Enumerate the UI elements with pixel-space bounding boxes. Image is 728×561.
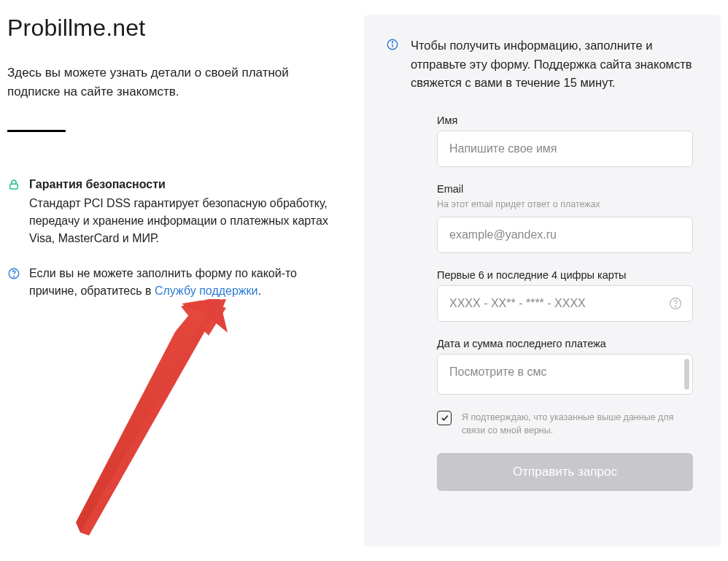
support-link[interactable]: Службу поддержки bbox=[155, 285, 258, 297]
svg-point-2 bbox=[14, 276, 15, 276]
name-input[interactable] bbox=[437, 131, 693, 167]
email-label: Email bbox=[437, 183, 693, 195]
confirm-checkbox[interactable] bbox=[437, 411, 452, 425]
help-text: Если вы не можете заполнить форму по как… bbox=[29, 265, 335, 300]
form-panel: Чтобы получить информацию, заполните и о… bbox=[364, 15, 721, 546]
intro-text: Здесь вы можете узнать детали о своей пл… bbox=[7, 63, 299, 101]
card-label: Первые 6 и последние 4 цифры карты bbox=[437, 269, 693, 281]
help-block: Если вы не можете заполнить форму по как… bbox=[7, 265, 335, 300]
confirm-label: Я подтверждаю, что указанные выше данные… bbox=[462, 411, 693, 437]
security-title: Гарантия безопасности bbox=[29, 176, 335, 193]
question-icon bbox=[7, 267, 20, 280]
submit-button[interactable]: Отправить запрос bbox=[437, 453, 693, 491]
site-title: Probillme.net bbox=[7, 15, 335, 42]
svg-point-5 bbox=[392, 42, 392, 42]
payment-input[interactable]: Посмотрите в смс bbox=[437, 354, 693, 395]
form-header-text: Чтобы получить информацию, заполните и о… bbox=[411, 36, 699, 93]
help-icon[interactable] bbox=[668, 296, 683, 311]
email-input[interactable] bbox=[437, 217, 693, 253]
email-hint: На этот email придет ответ о платежах bbox=[437, 199, 693, 209]
security-block: Гарантия безопасности Стандарт PCI DSS г… bbox=[7, 176, 335, 247]
security-body: Стандарт PCI DSS гарантирует безопасную … bbox=[29, 195, 335, 247]
divider bbox=[7, 130, 66, 132]
info-icon bbox=[386, 38, 399, 51]
svg-rect-0 bbox=[10, 184, 18, 189]
svg-point-7 bbox=[675, 306, 676, 306]
payment-label: Дата и сумма последнего платежа bbox=[437, 338, 693, 349]
scrollbar[interactable] bbox=[684, 359, 689, 390]
lock-icon bbox=[7, 178, 20, 191]
name-label: Имя bbox=[437, 115, 693, 126]
card-input[interactable] bbox=[437, 285, 693, 322]
